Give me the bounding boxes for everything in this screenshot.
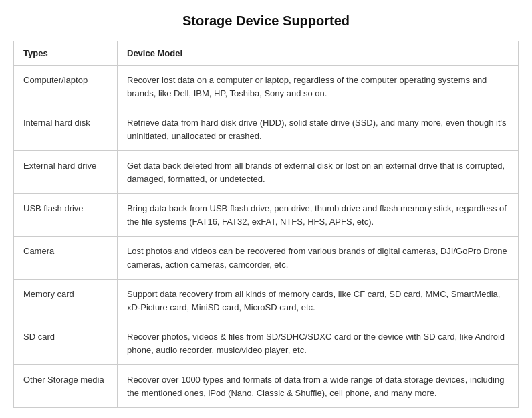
table-row: CameraLost photos and videos can be reco… bbox=[14, 237, 519, 280]
type-cell: Other Storage media bbox=[14, 365, 118, 408]
type-cell: Computer/laptop bbox=[14, 66, 118, 108]
header-types: Types bbox=[14, 41, 118, 66]
table-row: Other Storage mediaRecover over 1000 typ… bbox=[14, 365, 519, 408]
description-cell: Bring data back from USB flash drive, pe… bbox=[118, 194, 519, 237]
description-cell: Retrieve data from hard disk drive (HDD)… bbox=[118, 108, 519, 151]
description-cell: Lost photos and videos can be recovered … bbox=[118, 237, 519, 280]
type-cell: Internal hard disk bbox=[14, 108, 118, 151]
type-cell: SD card bbox=[14, 322, 118, 365]
description-cell: Recover lost data on a computer or lapto… bbox=[118, 66, 519, 108]
page-title: Storage Device Supported bbox=[13, 13, 519, 29]
type-cell: External hard drive bbox=[14, 151, 118, 194]
type-cell: USB flash drive bbox=[14, 194, 118, 237]
description-cell: Recover photos, videos & files from SD/S… bbox=[118, 322, 519, 365]
description-cell: Get data back deleted from all brands of… bbox=[118, 151, 519, 194]
type-cell: Memory card bbox=[14, 280, 118, 322]
table-row: Internal hard diskRetrieve data from har… bbox=[14, 108, 519, 151]
type-cell: Camera bbox=[14, 237, 118, 280]
table-row: SD cardRecover photos, videos & files fr… bbox=[14, 322, 519, 365]
description-cell: Recover over 1000 types and formats of d… bbox=[118, 365, 519, 408]
storage-table: Types Device Model Computer/laptopRecove… bbox=[13, 41, 519, 408]
table-row: External hard driveGet data back deleted… bbox=[14, 151, 519, 194]
description-cell: Support data recovery from all kinds of … bbox=[118, 280, 519, 322]
table-row: Memory cardSupport data recovery from al… bbox=[14, 280, 519, 322]
page-container: Storage Device Supported Types Device Mo… bbox=[0, 0, 532, 418]
table-header-row: Types Device Model bbox=[14, 41, 519, 66]
table-row: Computer/laptopRecover lost data on a co… bbox=[14, 66, 519, 108]
header-device-model: Device Model bbox=[118, 41, 519, 66]
table-row: USB flash driveBring data back from USB … bbox=[14, 194, 519, 237]
